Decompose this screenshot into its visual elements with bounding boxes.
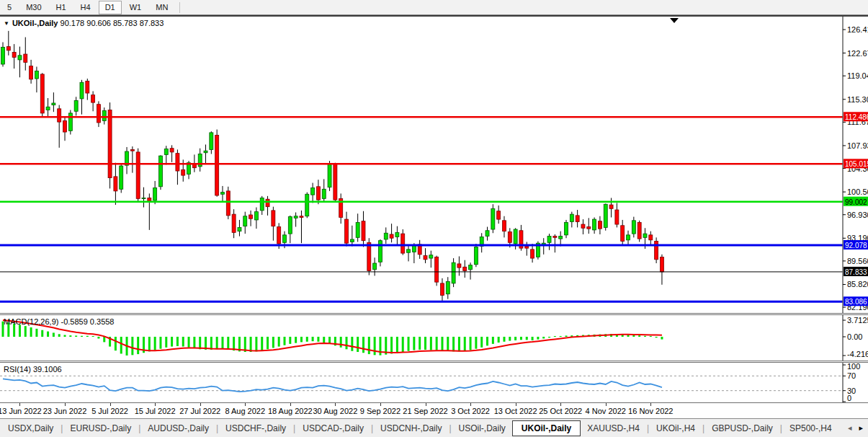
price-axis[interactable]: 126.410122.670119.040115.300111.670107.9… <box>843 25 868 312</box>
svg-text:70: 70 <box>847 371 856 380</box>
macd-label: MACD(12,26,9) -0.5859 0.3558 <box>4 317 114 326</box>
date-label: 30 Aug 2022 <box>313 407 357 415</box>
svg-text:0: 0 <box>847 394 851 402</box>
date-tick <box>606 403 607 406</box>
date-tick <box>290 403 291 406</box>
date-tick <box>516 403 516 406</box>
tab-usdcnh-daily[interactable]: USDCNH-,Daily <box>374 421 448 436</box>
tab-usdchf-daily[interactable]: USDCHF-,Daily <box>219 421 292 436</box>
date-tick <box>19 403 20 406</box>
rsi-plot[interactable]: 10070300 <box>0 363 868 402</box>
chart-title: ▼UKOil-,Daily 90.178 90.606 85.783 87.83… <box>4 19 164 27</box>
date-label: 5 Jul 2022 <box>91 407 128 415</box>
date-label: 13 Oct 2022 <box>494 407 537 415</box>
date-tick <box>335 403 336 406</box>
price-level-badge: 105.015 <box>844 159 868 168</box>
date-label: 9 Sep 2022 <box>360 407 401 415</box>
date-tick <box>470 403 471 406</box>
toolbar-divider <box>179 2 180 13</box>
date-tick <box>110 403 111 406</box>
tab-gbpusd-daily[interactable]: GBPUSD-,Daily <box>705 421 779 436</box>
tab-scroll-arrows: ◂▸ <box>844 423 867 433</box>
macd-plot[interactable]: 3.71250.00-4.2165 <box>0 315 868 361</box>
svg-text:100.560: 100.560 <box>847 187 868 196</box>
timeframe-button-h4[interactable]: H4 <box>74 1 97 14</box>
svg-text:122.670: 122.670 <box>847 49 868 58</box>
svg-text:99.002: 99.002 <box>845 198 867 206</box>
date-label: 4 Nov 2022 <box>586 407 626 415</box>
date-label: 8 Aug 2022 <box>225 407 265 415</box>
svg-text:96.930: 96.930 <box>847 211 868 219</box>
macd-axis[interactable]: 3.71250.00-4.2165 <box>843 316 868 358</box>
svg-text:3.7125: 3.7125 <box>847 316 868 325</box>
date-tick <box>245 403 246 406</box>
svg-text:126.410: 126.410 <box>847 25 868 34</box>
timeframe-toolbar: 5M30H1H4D1W1MN <box>0 0 868 15</box>
date-label: 16 Nov 2022 <box>628 407 673 415</box>
chart-shift-marker-icon[interactable] <box>670 18 679 23</box>
tab-usdx-daily[interactable]: USDX,Daily <box>1 421 60 436</box>
svg-text:100: 100 <box>847 363 860 371</box>
tab-scroll-right-icon[interactable]: ▸ <box>855 423 867 433</box>
date-label: 13 Jun 2022 <box>0 407 42 415</box>
date-label: 25 Oct 2022 <box>539 407 582 415</box>
date-tick <box>560 403 561 406</box>
date-label: 15 Jul 2022 <box>135 407 176 415</box>
price-level-badge: 83.086 <box>844 296 868 306</box>
date-tick <box>65 403 66 406</box>
chart-symbol: UKOil-,Daily <box>12 19 58 27</box>
svg-text:107.930: 107.930 <box>847 141 868 150</box>
chart-ohlc-values: 90.178 90.606 85.783 87.833 <box>61 19 164 27</box>
date-label: 3 Oct 2022 <box>451 407 490 415</box>
tab-ukoil-h4[interactable]: UKOil-,H4 <box>650 421 702 436</box>
svg-text:119.040: 119.040 <box>847 71 868 80</box>
price-level-badge: 92.078 <box>844 240 868 250</box>
svg-text:0.00: 0.00 <box>847 332 862 341</box>
chart-tab-bar: USDX,Daily|EURUSD-,Daily|AUDUSD-,Daily|U… <box>0 418 868 437</box>
tab-ukoil-daily[interactable]: UKOil-,Daily <box>512 420 581 436</box>
tab-xauusd-h4[interactable]: XAUUSD-,H4 <box>581 421 646 436</box>
date-label: 18 Aug 2022 <box>268 407 313 415</box>
timeframe-button-d1[interactable]: D1 <box>99 1 122 14</box>
timeframe-button-h1[interactable]: H1 <box>50 1 73 14</box>
symbol-dropdown-icon[interactable]: ▼ <box>4 20 9 27</box>
date-axis[interactable]: 13 Jun 202223 Jun 20225 Jul 202215 Jul 2… <box>0 403 868 418</box>
tab-audusd-daily[interactable]: AUDUSD-,Daily <box>141 421 215 436</box>
date-label: 27 Jul 2022 <box>179 407 220 415</box>
timeframe-button-mn[interactable]: MN <box>149 1 174 14</box>
horizontal-level-lines <box>0 117 843 301</box>
date-tick <box>380 403 381 406</box>
candlestick-layer <box>1 31 664 301</box>
svg-text:83.086: 83.086 <box>845 298 867 306</box>
svg-text:89.560: 89.560 <box>847 257 868 265</box>
timeframe-buttons: 5M30H1H4D1W1MN <box>0 1 175 14</box>
macd-panel[interactable]: MACD(12,26,9) -0.5859 0.3558 3.71250.00-… <box>0 314 868 361</box>
price-chart-plot[interactable]: 126.410122.670119.040115.300111.670107.9… <box>0 17 868 313</box>
svg-text:85.820: 85.820 <box>847 280 868 288</box>
date-tick <box>426 403 426 406</box>
tab-sp500-h4[interactable]: SP500-,H4 <box>783 421 838 436</box>
rsi-panel[interactable]: RSI(14) 39.1006 10070300 <box>0 362 868 403</box>
svg-text:-4.2165: -4.2165 <box>847 350 868 358</box>
svg-text:112.486: 112.486 <box>845 113 868 121</box>
timeframe-button-5[interactable]: 5 <box>1 1 18 14</box>
rsi-label: RSI(14) 39.1006 <box>4 365 62 374</box>
svg-text:115.300: 115.300 <box>847 95 868 104</box>
date-tick <box>200 403 201 406</box>
svg-text:87.833: 87.833 <box>845 268 867 276</box>
price-level-badge: 99.002 <box>844 197 868 206</box>
main-chart-panel[interactable]: ▼UKOil-,Daily 90.178 90.606 85.783 87.83… <box>0 15 868 314</box>
rsi-line <box>3 379 662 392</box>
date-label: 23 Jun 2022 <box>43 407 87 415</box>
rsi-axis[interactable]: 10070300 <box>843 363 860 402</box>
svg-text:105.015: 105.015 <box>845 160 868 168</box>
tab-usdcad-daily[interactable]: USDCAD-,Daily <box>296 421 370 436</box>
timeframe-button-m30[interactable]: M30 <box>19 1 48 14</box>
svg-text:92.078: 92.078 <box>845 242 867 250</box>
tab-scroll-left-icon[interactable]: ◂ <box>844 423 856 433</box>
tab-eurusd-daily[interactable]: EURUSD-,Daily <box>63 421 138 436</box>
timeframe-button-w1[interactable]: W1 <box>123 1 148 14</box>
tab-usoil-daily[interactable]: USOil-,Daily <box>452 421 512 436</box>
date-tick <box>155 403 156 406</box>
date-tick <box>650 403 651 406</box>
